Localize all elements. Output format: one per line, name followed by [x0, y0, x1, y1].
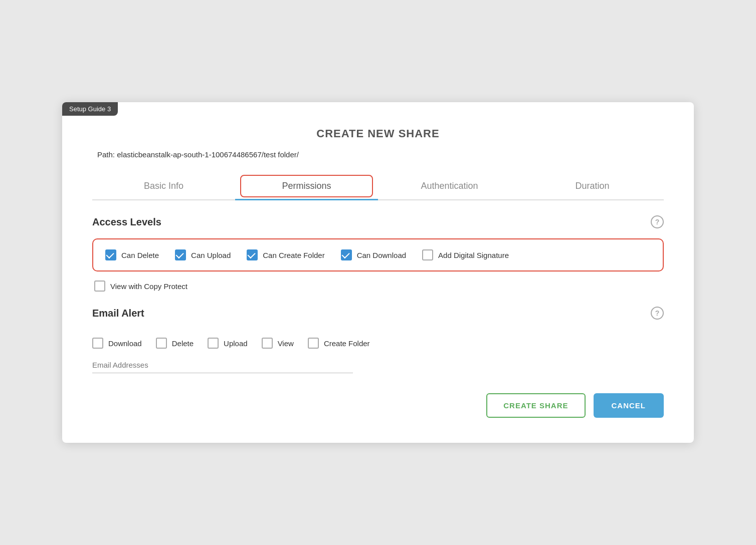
- can-create-folder-label: Can Create Folder: [263, 251, 324, 259]
- path-label: Path:: [97, 150, 115, 159]
- can-delete-checkbox[interactable]: [105, 249, 116, 260]
- tab-basic-info[interactable]: Basic Info: [92, 173, 235, 199]
- copy-protect-checkbox[interactable]: [94, 281, 105, 292]
- access-levels-help-icon[interactable]: ?: [651, 215, 664, 228]
- tab-bar: Basic Info Permissions Authentication Du…: [92, 173, 664, 200]
- email-alert-checkboxes: Download Delete Upload View Create Folde…: [92, 338, 664, 349]
- path-value: elasticbeanstalk-ap-south-1-100674486567…: [117, 150, 299, 159]
- access-levels-box: Can Delete Can Upload Can Create Folder …: [92, 238, 664, 271]
- checkbox-ea-view[interactable]: View: [262, 338, 294, 349]
- copy-protect-label: View with Copy Protect: [110, 282, 187, 291]
- can-download-checkbox[interactable]: [341, 249, 352, 260]
- can-upload-label: Can Upload: [191, 251, 231, 259]
- access-levels-title: Access Levels: [92, 216, 161, 228]
- checkbox-can-create-folder[interactable]: Can Create Folder: [247, 249, 324, 260]
- create-share-button[interactable]: CREATE SHARE: [486, 393, 585, 418]
- email-alert-header: Email Alert ?: [92, 307, 664, 320]
- email-addresses-input[interactable]: [92, 361, 353, 369]
- checkbox-ea-delete[interactable]: Delete: [156, 338, 194, 349]
- ea-view-checkbox[interactable]: [262, 338, 273, 349]
- ea-view-label: View: [278, 339, 294, 348]
- email-alert-title: Email Alert: [92, 308, 144, 319]
- badge-label: Setup Guide 3: [69, 105, 111, 113]
- checkbox-can-delete[interactable]: Can Delete: [105, 249, 159, 260]
- can-delete-label: Can Delete: [121, 251, 159, 259]
- ea-delete-checkbox[interactable]: [156, 338, 167, 349]
- tab-authentication[interactable]: Authentication: [378, 173, 521, 199]
- can-upload-checkbox[interactable]: [175, 249, 186, 260]
- checkbox-can-upload[interactable]: Can Upload: [175, 249, 231, 260]
- checkbox-ea-create-folder[interactable]: Create Folder: [308, 338, 370, 349]
- email-input-wrapper: [92, 361, 353, 373]
- ea-download-label: Download: [108, 339, 142, 348]
- ea-upload-label: Upload: [224, 339, 248, 348]
- cancel-button[interactable]: CANCEL: [594, 393, 664, 418]
- can-download-label: Can Download: [357, 251, 406, 259]
- checkbox-ea-upload[interactable]: Upload: [208, 338, 248, 349]
- add-digital-signature-checkbox[interactable]: [422, 249, 433, 260]
- add-digital-signature-label: Add Digital Signature: [438, 251, 509, 259]
- ea-create-folder-checkbox[interactable]: [308, 338, 319, 349]
- setup-guide-badge: Setup Guide 3: [62, 102, 118, 116]
- tab-duration[interactable]: Duration: [521, 173, 664, 199]
- ea-download-checkbox[interactable]: [92, 338, 103, 349]
- ea-create-folder-label: Create Folder: [324, 339, 370, 348]
- access-levels-header: Access Levels ?: [92, 215, 664, 228]
- modal-dialog: Setup Guide 3 CREATE NEW SHARE Path: ela…: [62, 102, 694, 443]
- modal-title: CREATE NEW SHARE: [92, 127, 664, 140]
- email-alert-help-icon[interactable]: ?: [651, 307, 664, 320]
- copy-protect-row[interactable]: View with Copy Protect: [92, 281, 664, 292]
- checkbox-can-download[interactable]: Can Download: [341, 249, 406, 260]
- path-line: Path: elasticbeanstalk-ap-south-1-100674…: [92, 150, 664, 159]
- footer-buttons: CREATE SHARE CANCEL: [92, 393, 664, 418]
- tab-permissions[interactable]: Permissions: [235, 173, 378, 199]
- can-create-folder-checkbox[interactable]: [247, 249, 258, 260]
- ea-upload-checkbox[interactable]: [208, 338, 219, 349]
- ea-delete-label: Delete: [172, 339, 194, 348]
- checkbox-add-digital-signature[interactable]: Add Digital Signature: [422, 249, 509, 260]
- email-alert-section: Email Alert ? Download Delete Upload: [92, 307, 664, 373]
- checkbox-ea-download[interactable]: Download: [92, 338, 142, 349]
